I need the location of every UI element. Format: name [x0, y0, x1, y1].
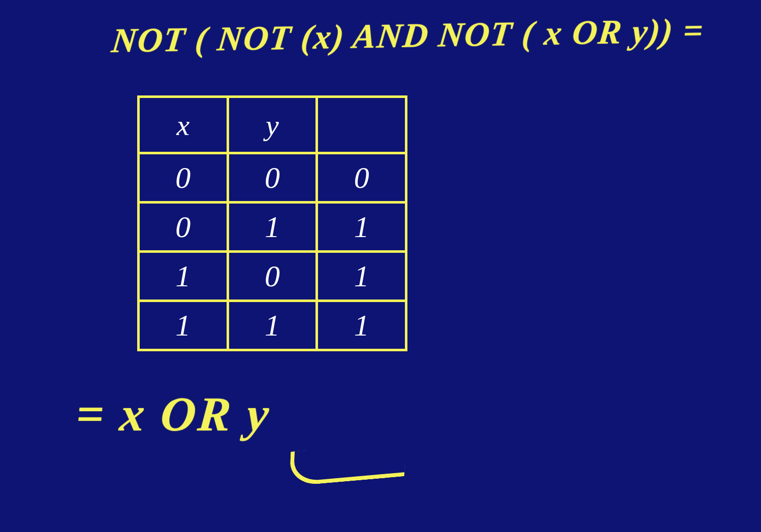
cell: 0: [139, 203, 228, 252]
cell: 1: [317, 301, 406, 350]
expression-bottom: = x OR y: [74, 386, 273, 442]
cell: 0: [228, 252, 317, 301]
expression-top: NOT ( NOT (x) AND NOT ( x OR y)) =: [110, 10, 743, 61]
cell: 1: [139, 252, 228, 301]
table-row: 0 1 1: [139, 203, 406, 252]
cell: 1: [317, 252, 406, 301]
truth-table-grid: x y 0 0 0 0 1 1 1 0 1 1 1 1: [137, 95, 407, 351]
truth-table: x y 0 0 0 0 1 1 1 0 1 1 1 1: [137, 95, 407, 333]
table-row: 1 0 1: [139, 252, 406, 301]
col-header-x: x: [139, 97, 228, 153]
col-header-y: y: [228, 97, 317, 153]
cell: 1: [139, 301, 228, 350]
table-row: x y: [139, 97, 406, 153]
cell: 0: [139, 153, 228, 203]
cell: 1: [228, 203, 317, 252]
table-row: 1 1 1: [139, 301, 406, 350]
whiteboard-stage: NOT ( NOT (x) AND NOT ( x OR y)) = x y 0…: [0, 0, 761, 532]
table-row: 0 0 0: [139, 153, 406, 203]
cell: 1: [317, 203, 406, 252]
cell: 0: [228, 153, 317, 203]
cell: 1: [228, 301, 317, 350]
col-header-result: [317, 97, 406, 153]
cell: 0: [317, 153, 406, 203]
handwriting-flourish-icon: [289, 442, 406, 486]
